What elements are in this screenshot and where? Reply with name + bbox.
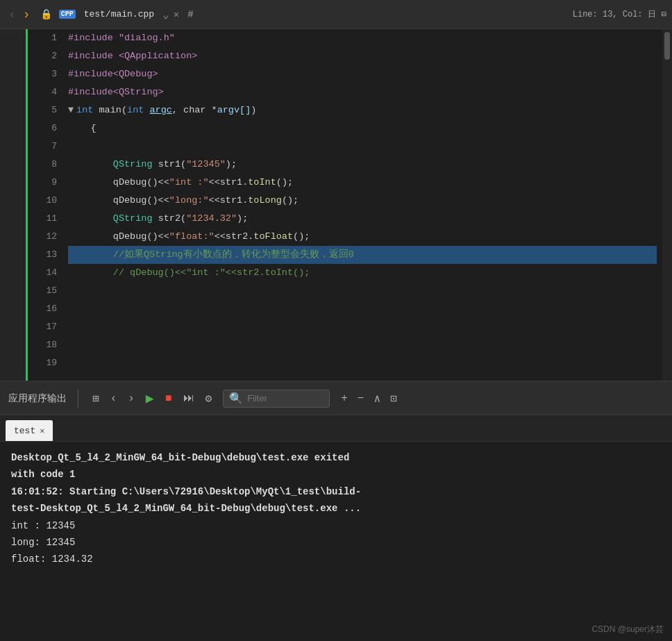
code-line	[68, 138, 657, 156]
output-attach-button[interactable]: ⊞	[90, 390, 102, 407]
line-number: 18	[28, 336, 62, 354]
title-bar: ‹ › 🔒 CPP test/main.cpp ⌄ ✕ # Line: 13, …	[0, 0, 672, 29]
output-panel-title: 应用程序输出	[8, 392, 67, 405]
tab-close-icon[interactable]: ✕	[40, 426, 44, 436]
code-line	[68, 354, 657, 372]
output-settings-button[interactable]: ⚙	[203, 390, 215, 407]
line-col-label: Line: 13, Col: 日	[573, 8, 656, 20]
output-line: int : 12345	[11, 518, 661, 533]
output-run-button[interactable]: ▶	[143, 388, 157, 408]
code-line: qDebug()<<"float:"<<str2.toFloat();	[68, 228, 657, 246]
code-line: qDebug()<<"int :"<<str1.toInt();	[68, 174, 657, 192]
output-line: long: 12345	[11, 535, 661, 550]
close-tab-icon[interactable]: ✕	[174, 8, 179, 20]
cursor-position: Line: 13, Col: 日 ⊟	[573, 8, 666, 20]
scroll-thumb[interactable]	[664, 32, 670, 60]
line-number: 5	[28, 101, 62, 119]
code-line: {	[68, 119, 657, 138]
output-prev-button[interactable]: ‹	[108, 391, 120, 406]
line-number: 7	[28, 138, 62, 156]
split-icon: ⊟	[662, 9, 666, 19]
output-tab-bar: test ✕	[0, 415, 672, 442]
output-panel-header: 应用程序输出 ⊞ ‹ › ▶ ■ ⏭ ⚙ 🔍 + − ∧ ⊡	[0, 382, 672, 415]
search-icon: 🔍	[229, 392, 243, 406]
code-line: #include<QDebug>	[68, 65, 657, 83]
line-number: 13	[28, 246, 62, 264]
nav-buttons: ‹ ›	[6, 6, 33, 23]
line-number: 2	[28, 47, 62, 65]
line-number: 11	[28, 210, 62, 228]
watermark: CSDN @super沐芸	[591, 624, 664, 635]
line-number: 16	[28, 300, 62, 318]
code-line: #include<QString>	[68, 83, 657, 101]
tab-label: test	[14, 426, 35, 436]
line-number: 3	[28, 65, 62, 83]
line-number: 10	[28, 192, 62, 210]
line-number: 9	[28, 174, 62, 192]
output-skip-button[interactable]: ⏭	[180, 390, 197, 406]
output-collapse-button[interactable]: ∧	[371, 390, 383, 407]
code-line: #include "dialog.h"	[68, 29, 657, 47]
file-type-badge: CPP	[59, 10, 76, 19]
code-line	[68, 318, 657, 336]
line-number: 15	[28, 282, 62, 300]
code-line	[68, 282, 657, 300]
output-line: Desktop_Qt_5_l4_2_MinGW_64_bit-Debug\deb…	[11, 450, 661, 465]
line-number: 17	[28, 318, 62, 336]
code-line: //如果QString有小数点的，转化为整型会失败，返回0	[68, 246, 657, 264]
filter-input[interactable]	[247, 393, 324, 403]
lock-icon: 🔒	[37, 7, 55, 22]
line-number: 6	[28, 119, 62, 138]
output-content: Desktop_Qt_5_l4_2_MinGW_64_bit-Debug\deb…	[0, 442, 672, 641]
output-expand-button[interactable]: ⊡	[387, 390, 400, 407]
code-content[interactable]: #include "dialog.h"#include <QApplicatio…	[62, 29, 662, 381]
nav-forward-button[interactable]: ›	[20, 6, 33, 23]
code-line: QString str1("12345");	[68, 156, 657, 174]
line-number: 12	[28, 228, 62, 246]
output-line: float: 1234.32	[11, 551, 661, 567]
header-separator	[78, 389, 78, 408]
output-line: with code 1	[11, 467, 661, 482]
hash-icon: #	[183, 9, 197, 20]
line-number: 19	[28, 354, 62, 372]
nav-back-button[interactable]: ‹	[6, 6, 19, 23]
output-action-buttons: + − ∧ ⊡	[338, 390, 400, 407]
line-numbers: 12345678910111213141516171819	[28, 29, 62, 381]
line-number: 4	[28, 83, 62, 101]
output-tab-test[interactable]: test ✕	[6, 420, 53, 441]
line-number: 14	[28, 264, 62, 282]
editor-scrollbar[interactable]	[662, 29, 672, 381]
code-line	[68, 300, 657, 318]
editor-gutter	[0, 29, 28, 381]
filter-box[interactable]: 🔍	[223, 390, 330, 408]
code-line: // qDebug()<<"int :"<<str2.toInt();	[68, 264, 657, 282]
output-line: test-Desktop_Qt_5_l4_2_MinGW_64_bit-Debu…	[11, 501, 661, 516]
code-line: qDebug()<<"long:"<<str1.toLong();	[68, 192, 657, 210]
dropdown-icon[interactable]: ⌄	[162, 8, 169, 22]
code-editor[interactable]: 12345678910111213141516171819 #include "…	[0, 29, 672, 382]
code-line: ▼int main(int argc, char *argv[])	[68, 101, 657, 119]
output-stop-button[interactable]: ■	[162, 391, 175, 406]
output-next-button[interactable]: ›	[125, 391, 137, 406]
code-line	[68, 336, 657, 354]
file-name-label: test/main.cpp	[80, 9, 158, 19]
output-minus-button[interactable]: −	[355, 391, 367, 406]
output-line: 16:01:52: Starting C:\Users\72916\Deskto…	[11, 484, 661, 499]
code-line: #include <QApplication>	[68, 47, 657, 65]
line-number: 8	[28, 156, 62, 174]
line-number: 1	[28, 29, 62, 47]
code-line: QString str2("1234.32");	[68, 210, 657, 228]
output-add-button[interactable]: +	[338, 391, 351, 406]
